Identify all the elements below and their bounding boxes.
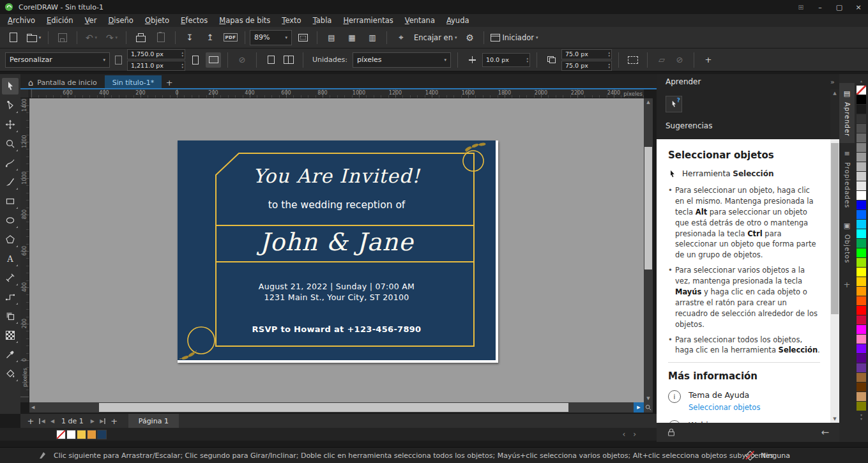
home-screen-tab[interactable]: ⌂Pantalla de inicio: [20, 75, 105, 89]
palette-color-swatch[interactable]: [857, 229, 866, 238]
close-button[interactable]: ×: [849, 0, 868, 14]
spinner-icon[interactable]: ▴▾: [608, 51, 610, 57]
menu-archivo[interactable]: Archivo: [2, 14, 41, 27]
document-page[interactable]: You Are Invited! to the wedding receptio…: [178, 140, 498, 363]
menu-diseno[interactable]: Diseño: [102, 14, 139, 27]
doc-palette-swatch[interactable]: [87, 430, 96, 439]
nudge-distance-field[interactable]: 10.0 px▴▾: [482, 53, 530, 67]
collapse-docker-icon[interactable]: »: [830, 78, 835, 86]
all-pages-size-button[interactable]: [281, 52, 296, 68]
spinner-icon[interactable]: ▴▾: [526, 57, 528, 63]
save-button[interactable]: [53, 29, 72, 46]
fit-page-button[interactable]: [293, 29, 312, 46]
snap-button[interactable]: ⌖: [392, 29, 411, 46]
palette-color-swatch[interactable]: [857, 248, 866, 257]
minimize-button[interactable]: –: [811, 0, 830, 14]
ruler-origin-corner[interactable]: [20, 89, 29, 98]
palette-color-swatch[interactable]: [857, 268, 866, 277]
palette-scroll-right-icon[interactable]: ›: [633, 430, 636, 439]
treat-as-filled-button[interactable]: [625, 52, 641, 68]
options-button[interactable]: ⚙: [460, 29, 479, 46]
page-tab[interactable]: Página 1: [128, 414, 179, 428]
palette-color-swatch[interactable]: [857, 354, 866, 363]
palette-color-swatch[interactable]: [857, 191, 866, 200]
spinner-icon[interactable]: ▴▾: [608, 63, 610, 69]
palette-scroll-down-icon[interactable]: ▾▾: [860, 413, 862, 421]
freehand-tool[interactable]: [2, 155, 19, 171]
palette-color-swatch[interactable]: [857, 172, 866, 181]
text-tool[interactable]: A: [2, 250, 19, 267]
quick-zoom-button[interactable]: [644, 402, 653, 413]
palette-color-swatch[interactable]: [857, 133, 866, 142]
crop-tool[interactable]: [2, 116, 19, 133]
palette-color-swatch[interactable]: [857, 143, 866, 152]
spinner-icon[interactable]: ▴▾: [181, 51, 183, 57]
show-rulers-button[interactable]: ▤: [322, 29, 341, 46]
palette-color-swatch[interactable]: [857, 239, 866, 248]
palette-color-swatch[interactable]: [857, 287, 866, 296]
launcher-dropdown[interactable]: Iniciador▾: [489, 29, 540, 46]
publish-pdf-button[interactable]: PDF: [221, 29, 240, 46]
menu-mapas-de-bits[interactable]: Mapas de bits: [213, 14, 276, 27]
suggestions-tool-tile[interactable]: ?: [666, 96, 682, 112]
menu-tabla[interactable]: Tabla: [307, 14, 338, 27]
add-page-button[interactable]: +: [24, 414, 37, 427]
show-grid-button[interactable]: ▦: [342, 29, 362, 46]
shape-tool[interactable]: [2, 97, 19, 114]
first-page-button[interactable]: ◀: [37, 418, 47, 424]
palette-color-swatch[interactable]: [857, 124, 866, 133]
snap-to-dropdown[interactable]: Encajar en▾: [412, 29, 459, 46]
show-guidelines-button[interactable]: ▥: [363, 29, 382, 46]
zoom-tool[interactable]: [2, 135, 19, 152]
menu-texto[interactable]: Texto: [276, 14, 307, 27]
palette-color-swatch[interactable]: [857, 105, 866, 114]
palette-scroll-up-icon[interactable]: ▴: [860, 79, 862, 83]
palette-color-swatch[interactable]: [857, 210, 866, 219]
doc-palette-swatch[interactable]: [97, 430, 107, 439]
menu-objeto[interactable]: Objeto: [139, 14, 175, 27]
orientation-portrait-button[interactable]: [188, 52, 203, 68]
orientation-landscape-button[interactable]: [206, 52, 221, 68]
scroll-down-icon[interactable]: ▼: [830, 416, 839, 421]
duplicate-y-field[interactable]: 75.0 px▴▾: [561, 61, 612, 71]
current-page-size-button[interactable]: [263, 52, 278, 68]
palette-color-swatch[interactable]: [857, 277, 866, 286]
vertical-scroll-thumb[interactable]: [644, 147, 652, 269]
horizontal-scrollbar[interactable]: ◀ ▶: [29, 402, 644, 413]
zoom-level-select[interactable]: 89%▾: [250, 30, 292, 45]
palette-color-none[interactable]: [857, 86, 866, 95]
invitation-rsvp[interactable]: RSVP to Howard at +123-456-7890: [178, 324, 496, 334]
rectangle-tool[interactable]: [2, 193, 19, 209]
docker-tab-objetos[interactable]: ▣Objetos: [839, 215, 855, 269]
palette-color-swatch[interactable]: [857, 363, 866, 372]
palette-color-swatch[interactable]: [857, 162, 866, 171]
drop-shadow-tool[interactable]: [2, 308, 19, 324]
edit-fill-button[interactable]: ▱: [654, 52, 669, 68]
duplicate-x-field[interactable]: 75.0 px▴▾: [561, 49, 612, 59]
palette-color-swatch[interactable]: [857, 402, 866, 411]
customize-toolbar-button[interactable]: +: [701, 52, 716, 68]
last-page-button[interactable]: ▶: [98, 418, 108, 424]
spinner-icon[interactable]: ▴▾: [181, 63, 183, 69]
previous-page-button[interactable]: ◀: [47, 418, 57, 424]
scroll-up-icon[interactable]: ▲: [830, 91, 839, 96]
connector-tool[interactable]: [2, 289, 19, 305]
dimension-tool[interactable]: [2, 269, 19, 286]
vertical-ruler[interactable]: 1400120010008006004002000píxeles: [20, 98, 29, 402]
palette-color-swatch[interactable]: [857, 306, 866, 315]
palette-scroll-left-icon[interactable]: ‹: [622, 430, 625, 439]
add-docker-button[interactable]: +: [844, 280, 851, 289]
scroll-left-icon[interactable]: ◀: [31, 405, 34, 410]
palette-color-swatch[interactable]: [857, 373, 866, 382]
help-topic-link[interactable]: Seleccionar objetos: [689, 403, 760, 412]
palette-color-swatch[interactable]: [857, 258, 866, 267]
maximize-button[interactable]: ▢: [830, 0, 849, 14]
palette-color-swatch[interactable]: [857, 201, 866, 209]
color-eyedropper-tool[interactable]: [2, 346, 19, 363]
menu-edicion[interactable]: Edición: [41, 14, 79, 27]
page-preset-combo[interactable]: Personalizar▾: [5, 52, 110, 68]
page-width-field[interactable]: 1,750.0 px▴▾: [127, 49, 185, 59]
page-settings-button[interactable]: ⊘: [234, 52, 250, 68]
page-height-field[interactable]: 1,211.0 px▴▾: [127, 61, 185, 71]
palette-color-swatch[interactable]: [857, 325, 866, 334]
